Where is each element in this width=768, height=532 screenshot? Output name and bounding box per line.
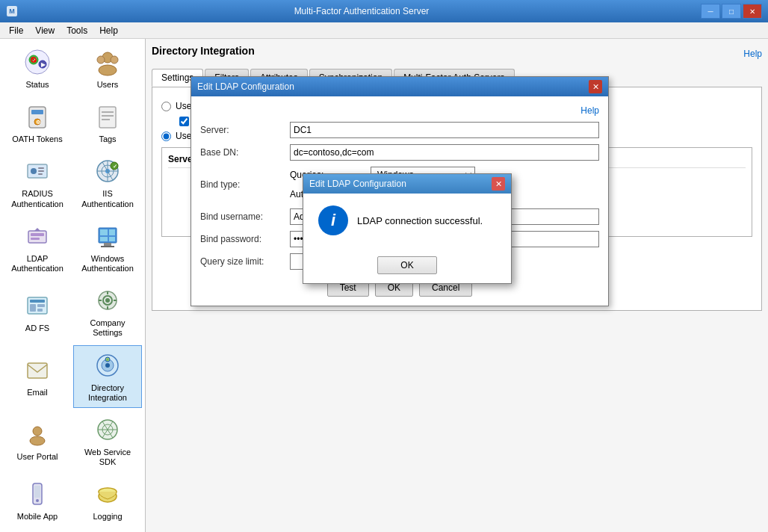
- svg-text:M: M: [9, 7, 15, 15]
- sidebar-label-adfs: AD FS: [25, 324, 49, 333]
- svg-rect-37: [100, 229, 108, 235]
- svg-rect-21: [28, 164, 47, 178]
- email-icon: [22, 355, 52, 385]
- logging-icon: [93, 479, 123, 509]
- svg-point-69: [36, 499, 39, 502]
- window-controls: ─ □ ✕: [701, 4, 762, 19]
- sidebar-item-company[interactable]: Company Settings: [73, 280, 142, 343]
- ldap-icon: [22, 221, 52, 251]
- svg-rect-34: [31, 233, 44, 236]
- sidebar-item-mobileapp[interactable]: Mobile App: [3, 474, 72, 527]
- sidebar-item-directory[interactable]: ✓ Directory Integration: [73, 345, 142, 408]
- svg-text:▶: ▶: [41, 61, 46, 68]
- server-label: Server:: [200, 125, 290, 135]
- server-input[interactable]: [290, 122, 599, 138]
- sidebar-item-userportal[interactable]: User Portal: [3, 409, 72, 472]
- status-icon: ✓ ▶: [22, 47, 52, 77]
- sidebar-item-users[interactable]: Users: [73, 42, 142, 95]
- svg-point-10: [99, 65, 117, 75]
- sidebar-label-directory: Directory Integration: [77, 383, 138, 403]
- menu-view[interactable]: View: [29, 24, 61, 37]
- sidebar-label-oath: OATH Tokens: [12, 134, 62, 144]
- sidebar-label-ldap: LDAP Authentication: [7, 254, 68, 273]
- iis-icon: ✓: [93, 156, 123, 186]
- menu-tools[interactable]: Tools: [61, 24, 93, 37]
- svg-rect-40: [109, 237, 115, 241]
- sidebar-item-ldap[interactable]: LDAP Authentication: [3, 216, 72, 279]
- sidebar-item-tags[interactable]: Tags: [73, 96, 142, 149]
- svg-rect-25: [38, 173, 43, 175]
- success-dialog: Edit LDAP Configuration ✕ i LDAP connect…: [303, 173, 512, 284]
- app-icon: M: [6, 5, 18, 17]
- svg-rect-33: [28, 231, 46, 243]
- sidebar-label-company: Company Settings: [77, 318, 138, 338]
- page-title: Directory Integration: [152, 45, 255, 57]
- sidebar-item-radius[interactable]: RADIUS Authentication: [3, 151, 72, 214]
- svg-rect-42: [101, 246, 114, 247]
- svg-rect-38: [109, 229, 115, 235]
- windows-icon: [93, 221, 123, 251]
- sidebar-item-windows[interactable]: Windows Authentication: [73, 216, 142, 279]
- adfs-icon: [22, 291, 52, 321]
- sidebar-label-radius: RADIUS Authentication: [7, 189, 68, 208]
- success-ok-button[interactable]: OK: [377, 256, 437, 274]
- content-area: Directory Integration Help Settings Filt…: [146, 39, 768, 532]
- svg-point-62: [33, 427, 42, 436]
- sidebar-label-iis: IIS Authentication: [77, 189, 138, 208]
- edit-ldap-dialog-close[interactable]: ✕: [589, 80, 602, 93]
- basedn-row: Base DN:: [200, 144, 599, 161]
- maximize-button[interactable]: □: [722, 4, 741, 19]
- close-button[interactable]: ✕: [743, 4, 762, 19]
- sidebar-item-adfs[interactable]: AD FS: [3, 280, 72, 343]
- radio-use-active-directory[interactable]: [161, 102, 171, 111]
- success-dialog-close[interactable]: ✕: [492, 177, 505, 191]
- sidebar-label-mobileapp: Mobile App: [17, 512, 58, 522]
- sidebar-item-webservice[interactable]: Web Service SDK: [73, 409, 142, 472]
- svg-rect-14: [31, 110, 43, 114]
- success-dialog-title: Edit LDAP Configuration: [309, 179, 406, 189]
- radius-icon: [22, 156, 52, 186]
- content-help-link[interactable]: Help: [743, 49, 762, 59]
- svg-point-58: [105, 363, 110, 368]
- edit-ldap-dialog-title: Edit LDAP Configuration: [197, 81, 294, 92]
- sidebar-item-status[interactable]: ✓ ▶ Status: [3, 42, 72, 95]
- company-icon: [93, 285, 123, 315]
- success-dialog-buttons: OK: [303, 256, 511, 283]
- svg-rect-24: [38, 170, 44, 172]
- main-layout: ✓ ▶ Status Users: [0, 39, 768, 532]
- sidebar-label-users: Users: [97, 80, 119, 90]
- oath-icon: ⚙: [22, 102, 52, 132]
- sidebar-item-iis[interactable]: ✓ IIS Authentication: [73, 151, 142, 214]
- svg-text:✓: ✓: [113, 164, 117, 169]
- svg-rect-55: [28, 363, 47, 378]
- svg-point-11: [97, 56, 105, 64]
- bindusername-label: Bind username:: [200, 211, 290, 222]
- server-row: Server:: [200, 122, 599, 138]
- sidebar-label-webservice: Web Service SDK: [77, 448, 138, 467]
- sidebar-item-logging[interactable]: Logging: [73, 474, 142, 527]
- sidebar-item-oath[interactable]: ⚙ OATH Tokens: [3, 96, 72, 149]
- svg-rect-23: [38, 167, 44, 169]
- checkbox-include-trusted[interactable]: [179, 117, 189, 126]
- bindpassword-label: Bind password:: [200, 234, 290, 244]
- mobileapp-icon: [22, 479, 52, 509]
- success-message: LDAP connection successful.: [357, 215, 483, 226]
- sidebar-item-email[interactable]: Email: [3, 345, 72, 408]
- svg-point-12: [111, 56, 118, 64]
- svg-rect-39: [100, 237, 108, 241]
- userportal-icon: [22, 419, 52, 449]
- menu-help[interactable]: Help: [93, 24, 124, 37]
- basedn-input[interactable]: [290, 144, 599, 161]
- info-icon: i: [318, 205, 348, 235]
- menu-file[interactable]: File: [3, 24, 29, 37]
- sidebar-label-windows: Windows Authentication: [77, 254, 138, 273]
- edit-ldap-help-link[interactable]: Help: [580, 105, 599, 116]
- minimize-button[interactable]: ─: [701, 4, 720, 19]
- window-title: Multi-Factor Authentication Server: [22, 6, 701, 16]
- svg-rect-41: [104, 243, 111, 246]
- radio-use-ldap[interactable]: [161, 132, 171, 141]
- svg-text:⚙: ⚙: [36, 120, 40, 125]
- svg-point-22: [31, 168, 37, 174]
- svg-rect-45: [30, 304, 36, 312]
- sidebar-label-status: Status: [25, 80, 49, 90]
